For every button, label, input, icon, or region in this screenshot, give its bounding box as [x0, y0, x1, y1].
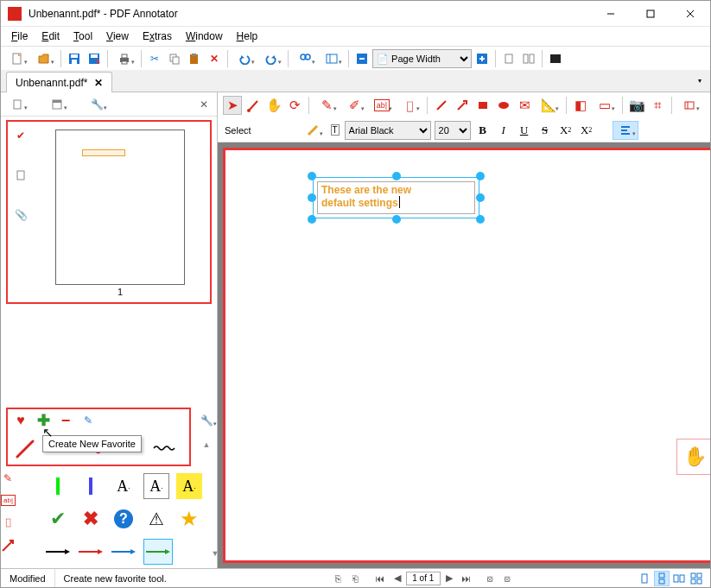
- text-color-button[interactable]: [300, 121, 326, 140]
- resize-handle-bl[interactable]: [308, 215, 316, 224]
- resize-handle-ml[interactable]: [308, 193, 316, 202]
- toolbar-overflow-icon[interactable]: ➤: [706, 119, 710, 142]
- fav-check-green[interactable]: ✔: [45, 506, 71, 532]
- save-button[interactable]: [65, 49, 84, 68]
- tool-line[interactable]: [432, 96, 451, 115]
- edit-favorite-button[interactable]: ✎: [79, 411, 98, 430]
- open-doc-button[interactable]: [31, 49, 57, 68]
- underline-button[interactable]: U: [516, 122, 533, 139]
- tool-pen[interactable]: ✎: [314, 96, 340, 115]
- tab-close-icon[interactable]: ✕: [94, 77, 103, 89]
- tool-textbox[interactable]: ab|: [369, 96, 395, 115]
- fav-panel-settings[interactable]: 🔧: [194, 411, 219, 430]
- tool-arrow[interactable]: [453, 96, 472, 115]
- tool-select[interactable]: ➤: [223, 96, 242, 115]
- bookmarks-view-button[interactable]: [44, 95, 70, 114]
- fav-text-a2[interactable]: A.: [143, 473, 169, 499]
- italic-button[interactable]: I: [495, 122, 512, 139]
- font-family-select[interactable]: Arial Black: [345, 121, 431, 140]
- page-canvas[interactable]: These are the new default settings: [223, 148, 710, 563]
- sb-page-input[interactable]: [406, 572, 441, 585]
- tool-hand[interactable]: ✋: [264, 96, 283, 115]
- sb-view-cont[interactable]: [654, 571, 670, 586]
- sb-view-twocont[interactable]: [689, 571, 704, 586]
- textbox-content[interactable]: These are the new default settings: [317, 181, 475, 214]
- fav-text-a3[interactable]: A.: [176, 473, 202, 499]
- cut-button[interactable]: ✂: [145, 49, 164, 68]
- subscript-button[interactable]: X2: [557, 122, 575, 139]
- find-button[interactable]: [292, 49, 318, 68]
- sb-first-page[interactable]: ⏮: [372, 571, 388, 586]
- resize-handle-mr[interactable]: [476, 193, 485, 202]
- font-size-select[interactable]: 20: [435, 121, 471, 140]
- menu-window[interactable]: Window: [179, 28, 230, 44]
- thumb-attach-icon[interactable]: 📎: [15, 209, 28, 221]
- superscript-button[interactable]: X2: [578, 122, 595, 139]
- tool-camera[interactable]: 📷: [627, 96, 646, 115]
- zoom-mode-select[interactable]: 📄 Page Width: [372, 49, 472, 68]
- delete-button[interactable]: ✕: [205, 49, 224, 68]
- redo-button[interactable]: [258, 49, 284, 68]
- fav-text-a1[interactable]: A.: [111, 473, 136, 499]
- fav-star-yellow[interactable]: ★: [176, 506, 202, 532]
- sb-view-single[interactable]: [637, 571, 652, 586]
- remove-favorite-button[interactable]: −: [56, 411, 75, 430]
- minimize-button[interactable]: [591, 1, 631, 27]
- menu-help[interactable]: Help: [230, 28, 265, 44]
- tool-ellipse[interactable]: [494, 96, 513, 115]
- sb-nav-fwd[interactable]: ⦻: [500, 571, 516, 586]
- strike-button[interactable]: S: [536, 122, 554, 139]
- sb-last-page[interactable]: ⏭: [459, 571, 474, 586]
- zoom-in-button[interactable]: [473, 49, 492, 68]
- fav-hl-green[interactable]: [45, 473, 71, 499]
- fav-arrow-red[interactable]: [78, 539, 104, 565]
- bold-button[interactable]: B: [474, 122, 492, 139]
- sidebar-settings-button[interactable]: 🔧: [84, 95, 110, 114]
- fav-warn-yellow[interactable]: ⚠: [143, 506, 169, 532]
- close-button[interactable]: [670, 1, 710, 27]
- sb-prev-page[interactable]: ◀: [390, 571, 405, 586]
- resize-handle-tc[interactable]: [392, 172, 401, 180]
- favorite-heart-icon[interactable]: ♥: [11, 411, 30, 430]
- selected-textbox[interactable]: These are the new default settings: [308, 172, 485, 224]
- layout-2-button[interactable]: [519, 49, 538, 68]
- menu-view[interactable]: View: [99, 28, 136, 44]
- fav-arrow-black[interactable]: [45, 539, 71, 565]
- copy-button[interactable]: [165, 49, 184, 68]
- thumb-page-icon[interactable]: [15, 169, 27, 181]
- resize-handle-bc[interactable]: [392, 215, 401, 224]
- menu-tool[interactable]: Tool: [67, 28, 99, 44]
- floating-hand-button[interactable]: ✋: [676, 439, 710, 475]
- fav-arrow-blue[interactable]: [111, 539, 136, 565]
- save-as-button[interactable]: [85, 49, 104, 68]
- sidetool-stamp[interactable]: ⌷: [5, 516, 11, 528]
- paste-button[interactable]: [185, 49, 204, 68]
- tool-lasso[interactable]: [244, 96, 263, 115]
- tab-unbenannt[interactable]: Unbenannt.pdf* ✕: [6, 72, 112, 92]
- fullscreen-button[interactable]: [546, 49, 565, 68]
- tool-rotate[interactable]: ⟳: [285, 96, 304, 115]
- new-doc-button[interactable]: [4, 49, 30, 68]
- tool-measure[interactable]: 📐: [536, 96, 562, 115]
- fav-arrow-green[interactable]: [143, 539, 173, 565]
- fav-help-blue[interactable]: ?: [111, 506, 136, 532]
- fav-pen-red[interactable]: [13, 435, 39, 461]
- tool-more[interactable]: [676, 96, 702, 115]
- fav-x-red[interactable]: ✖: [78, 506, 104, 532]
- sidetool-pen[interactable]: ✎: [3, 472, 12, 484]
- thumb-check-icon[interactable]: ✔: [16, 130, 25, 142]
- menu-extras[interactable]: Extras: [136, 28, 179, 44]
- pages-view-button[interactable]: [4, 95, 30, 114]
- resize-handle-br[interactable]: [476, 215, 485, 224]
- sidetool-text[interactable]: ab|: [1, 495, 16, 506]
- tab-list-dropdown[interactable]: ▾: [693, 73, 707, 87]
- fav-hl-blue[interactable]: [78, 473, 104, 499]
- tool-eraser[interactable]: ◧: [571, 96, 590, 115]
- tool-marker[interactable]: ✐: [341, 96, 367, 115]
- fav-panel-scroll-up[interactable]: ▲: [197, 435, 216, 454]
- tool-erase-area[interactable]: ▭: [592, 96, 618, 115]
- sidebar-button[interactable]: [319, 49, 345, 68]
- menu-file[interactable]: File: [4, 28, 35, 44]
- tool-crop[interactable]: ⌗: [648, 96, 667, 115]
- zoom-out-button[interactable]: [352, 49, 371, 68]
